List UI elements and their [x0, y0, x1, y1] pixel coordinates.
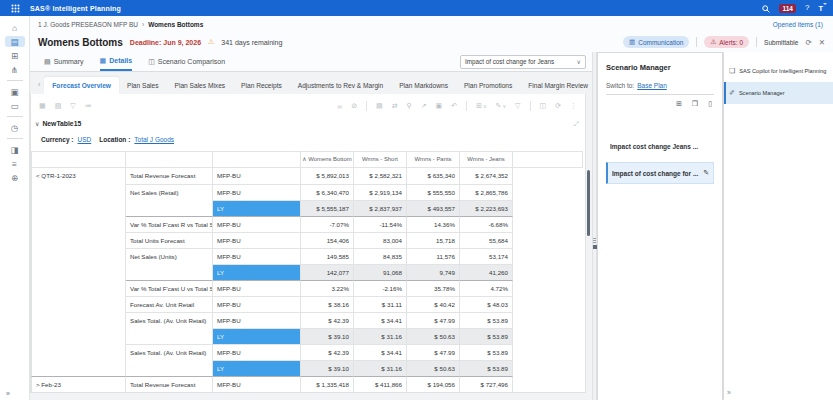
edit-icon[interactable]: ✎ [703, 169, 709, 177]
location-link[interactable]: Total J Goods [134, 136, 174, 143]
value-cell[interactable]: 4.72% [460, 280, 513, 296]
help-icon[interactable]: ? [805, 4, 809, 12]
value-cell[interactable]: 11,576 [407, 248, 460, 264]
delete-scenario-icon[interactable]: ▯ [708, 100, 712, 108]
value-cell[interactable]: $ 2,674,352 [460, 168, 513, 184]
subtab-scroll-left-icon[interactable]: ‹ [34, 81, 44, 94]
value-cell[interactable]: $ 42.39 [301, 344, 354, 360]
rail-expand-icon[interactable]: » [727, 389, 731, 396]
value-cell[interactable]: $ 53.89 [460, 360, 513, 376]
column-header[interactable]: Wmns - Short [354, 151, 407, 168]
filter-icon[interactable]: ▽ [70, 102, 75, 110]
review-icon[interactable]: ◨ [5, 144, 25, 155]
sidebar-expand-icon[interactable]: » [6, 390, 10, 397]
unlink-icon[interactable]: ⊘ [351, 102, 357, 110]
subtab-plan-receipts[interactable]: Plan Receipts [233, 77, 290, 94]
scenario-item[interactable]: Impact cost change Jeans ... [606, 137, 714, 156]
chart-icon[interactable]: ▧ [55, 102, 62, 110]
vertical-scrollbar[interactable] [587, 170, 590, 236]
value-cell[interactable]: 35.78% [407, 280, 460, 296]
value-cell[interactable]: $ 39.10 [301, 360, 354, 376]
value-cell[interactable]: $ 48.03 [460, 296, 513, 312]
value-cell[interactable]: 84,835 [354, 248, 407, 264]
list-icon[interactable]: ≔ [85, 102, 92, 110]
value-cell[interactable]: $ 2,865,786 [460, 184, 513, 200]
tab-details[interactable]: ▦ Details [100, 52, 133, 71]
folder-icon[interactable]: ▭ [5, 100, 25, 111]
value-cell[interactable]: 53,174 [460, 248, 513, 264]
value-cell[interactable]: $ 39.10 [301, 328, 354, 344]
value-cell[interactable]: $ 47.99 [407, 344, 460, 360]
value-cell[interactable]: $ 38.16 [301, 296, 354, 312]
value-cell[interactable]: $ 53.89 [460, 328, 513, 344]
save-icon[interactable]: ◫ [540, 102, 547, 110]
value-cell[interactable]: $ 555,550 [407, 184, 460, 200]
value-cell[interactable]: 55,684 [460, 232, 513, 248]
opened-items-link[interactable]: Opened items (1) [773, 21, 823, 28]
value-cell[interactable]: 83,004 [354, 232, 407, 248]
value-cell[interactable]: 149,585 [301, 248, 354, 264]
value-cell[interactable]: $ 493,557 [407, 200, 460, 216]
subtab-forecast-overview[interactable]: Forecast Overview [44, 77, 119, 94]
notifications-badge[interactable]: 114 [779, 4, 796, 13]
value-cell[interactable]: $ 635,340 [407, 168, 460, 184]
grid-menu-icon[interactable]: ⊞∨ [476, 102, 487, 110]
value-cell[interactable]: $ 47.99 [407, 312, 460, 328]
value-cell[interactable]: $ 50.63 [407, 328, 460, 344]
more-icon[interactable]: ⋮ [570, 102, 577, 110]
subtab-plan-sales[interactable]: Plan Sales [119, 77, 167, 94]
calendar-icon[interactable]: ▦ [39, 102, 46, 110]
value-cell[interactable]: -7.07% [301, 216, 354, 232]
close-icon[interactable]: ✕ [819, 38, 825, 47]
value-cell[interactable]: $ 727,496 [460, 376, 513, 392]
time-cell[interactable]: > Feb-23 [31, 376, 126, 392]
value-cell[interactable]: $ 5,555,187 [301, 200, 354, 216]
subtab-plan-sales-mixes[interactable]: Plan Sales Mixes [167, 77, 234, 94]
value-cell[interactable]: $ 194,056 [407, 376, 460, 392]
scenario-dropdown[interactable]: Impact of cost change for Jeans ∨ [460, 55, 586, 69]
history-icon[interactable]: ◷ [5, 122, 25, 133]
rail-item-sas-copilot-for-intelligent-planning[interactable]: ❏SAS Copilot for Intelligent Planning [724, 60, 833, 82]
value-cell[interactable]: -2.16% [354, 280, 407, 296]
scenario-item[interactable]: Impact of cost change for ...✎ [606, 162, 714, 184]
expand-table-icon[interactable]: ⤢ [574, 120, 579, 128]
value-cell[interactable]: $ 2,837,937 [354, 200, 407, 216]
value-cell[interactable]: -11.54% [354, 216, 407, 232]
value-cell[interactable]: 41,260 [460, 264, 513, 280]
expand-icon[interactable]: ↗ [421, 102, 427, 110]
refresh-icon[interactable]: ⟳ [805, 38, 811, 47]
value-cell[interactable]: $ 53.89 [460, 312, 513, 328]
attach-menu-icon[interactable]: ✎∨ [496, 102, 507, 110]
communication-button[interactable]: ▥ Communication [623, 36, 689, 48]
value-cell[interactable]: $ 2,223,693 [460, 200, 513, 216]
hierarchy-icon[interactable]: ⋔ [5, 64, 25, 75]
value-cell[interactable]: $ 34.41 [354, 344, 407, 360]
value-cell[interactable]: 14.36% [407, 216, 460, 232]
value-cell[interactable]: $ 6,340,470 [301, 184, 354, 200]
value-cell[interactable]: $ 2,582,321 [354, 168, 407, 184]
value-cell[interactable]: 91,068 [354, 264, 407, 280]
alerts-button[interactable]: ⚠ Alerts: 0 [704, 36, 749, 48]
splitter-grip[interactable] [593, 238, 596, 249]
user-avatar[interactable]: T [818, 4, 823, 13]
value-cell[interactable]: $ 31.16 [354, 360, 407, 376]
person-icon[interactable]: ⚲ [407, 102, 412, 110]
value-cell[interactable]: 15,718 [407, 232, 460, 248]
new-scenario-icon[interactable]: ⊞ [676, 100, 682, 108]
link-icon[interactable]: ∞ [337, 103, 342, 110]
shield-icon[interactable]: ▽ [515, 102, 520, 110]
reports-icon[interactable]: ▤ [5, 36, 25, 47]
value-cell[interactable]: 142,077 [301, 264, 354, 280]
subtab-plan-markdowns[interactable]: Plan Markdowns [391, 77, 456, 94]
rail-item-scenario-manager[interactable]: ✐Scenario Manager [724, 82, 833, 104]
undo-icon[interactable]: ↶ [451, 102, 457, 110]
home-icon[interactable]: ⌂ [5, 22, 25, 33]
clipboard-icon[interactable]: ▤ [376, 102, 383, 110]
currency-link[interactable]: USD [78, 136, 92, 143]
tasks-icon[interactable]: ▣ [5, 86, 25, 97]
value-cell[interactable]: $ 411,866 [354, 376, 407, 392]
column-header[interactable]: Wmns - Jeans [460, 151, 513, 168]
value-cell[interactable]: $ 2,919,134 [354, 184, 407, 200]
print-icon[interactable]: ▣ [436, 102, 443, 110]
time-cell[interactable]: < QTR-1-2023 [31, 168, 126, 184]
